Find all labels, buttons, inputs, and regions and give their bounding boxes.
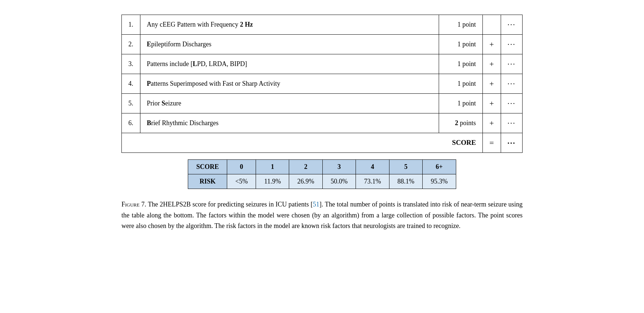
table-row: 4. Patterns Superimposed with Fast or Sh… bbox=[122, 74, 523, 94]
row-plus: + bbox=[483, 74, 501, 94]
equals-sign: = bbox=[483, 133, 501, 153]
score-4: 4 bbox=[356, 160, 389, 174]
score-6plus: 6+ bbox=[423, 160, 456, 174]
table-row: 3. Patterns include [LPD, LRDA, BIPD] 1 … bbox=[122, 54, 523, 74]
row-plus: + bbox=[483, 54, 501, 74]
row-desc: Any cEEG Pattern with Frequency 2 Hz bbox=[140, 15, 439, 35]
row-dots: ··· bbox=[501, 74, 523, 94]
citation-link[interactable]: 51 bbox=[313, 201, 319, 208]
row-dots: ··· bbox=[501, 54, 523, 74]
row-plus: + bbox=[483, 94, 501, 113]
score-summary-row: SCORE = ··· bbox=[122, 133, 523, 153]
score-header: SCORE bbox=[188, 160, 227, 174]
risk-table-wrapper: SCORE 0 1 2 3 4 5 6+ RISK <5% 11.9% 26.9… bbox=[121, 159, 523, 189]
row-desc: Patterns include [LPD, LRDA, BIPD] bbox=[140, 54, 439, 74]
risk-3: 50.0% bbox=[322, 174, 356, 189]
score-0: 0 bbox=[227, 160, 256, 174]
risk-6plus: 95.3% bbox=[423, 174, 456, 189]
score-dots: ··· bbox=[501, 133, 523, 153]
table-row: 5. Prior Seizure 1 point + ··· bbox=[122, 94, 523, 113]
risk-table: SCORE 0 1 2 3 4 5 6+ RISK <5% 11.9% 26.9… bbox=[188, 159, 456, 189]
row-points: 1 point bbox=[439, 54, 483, 74]
row-points: 1 point bbox=[439, 35, 483, 54]
main-container: 1. Any cEEG Pattern with Frequency 2 Hz … bbox=[121, 15, 523, 232]
row-num: 4. bbox=[122, 74, 140, 94]
row-dots: ··· bbox=[501, 35, 523, 54]
figure-caption: Figure 7. The 2HELPS2B score for predict… bbox=[121, 199, 523, 232]
score-table: 1. Any cEEG Pattern with Frequency 2 Hz … bbox=[121, 15, 523, 153]
score-1: 1 bbox=[256, 160, 289, 174]
row-dots: ··· bbox=[501, 113, 523, 133]
row-desc: Epileptiform Discharges bbox=[140, 35, 439, 54]
risk-header-row: SCORE 0 1 2 3 4 5 6+ bbox=[188, 160, 456, 174]
row-points: 2 points bbox=[439, 113, 483, 133]
row-plus: + bbox=[483, 113, 501, 133]
score-2: 2 bbox=[289, 160, 323, 174]
table-row: 2. Epileptiform Discharges 1 point + ··· bbox=[122, 35, 523, 54]
score-5: 5 bbox=[389, 160, 423, 174]
row-plus bbox=[483, 15, 501, 35]
row-desc: Prior Seizure bbox=[140, 94, 439, 113]
figure-label: Figure 7. bbox=[121, 201, 146, 208]
row-plus: + bbox=[483, 35, 501, 54]
row-num: 3. bbox=[122, 54, 140, 74]
row-num: 2. bbox=[122, 35, 140, 54]
risk-4: 73.1% bbox=[356, 174, 389, 189]
table-row: 6. Brief Rhythmic Discharges 2 points + … bbox=[122, 113, 523, 133]
row-points: 1 point bbox=[439, 94, 483, 113]
row-points: 1 point bbox=[439, 15, 483, 35]
row-desc: Patterns Superimposed with Fast or Sharp… bbox=[140, 74, 439, 94]
row-dots: ··· bbox=[501, 15, 523, 35]
risk-data-row: RISK <5% 11.9% 26.9% 50.0% 73.1% 88.1% 9… bbox=[188, 174, 456, 189]
risk-label: RISK bbox=[188, 174, 227, 189]
risk-2: 26.9% bbox=[289, 174, 323, 189]
row-num: 1. bbox=[122, 15, 140, 35]
row-num: 5. bbox=[122, 94, 140, 113]
risk-0: <5% bbox=[227, 174, 256, 189]
score-label: SCORE bbox=[122, 133, 483, 153]
risk-5: 88.1% bbox=[389, 174, 423, 189]
row-num: 6. bbox=[122, 113, 140, 133]
table-row: 1. Any cEEG Pattern with Frequency 2 Hz … bbox=[122, 15, 523, 35]
row-desc: Brief Rhythmic Discharges bbox=[140, 113, 439, 133]
caption-text: The 2HELPS2B score for predicting seizur… bbox=[121, 201, 523, 229]
row-dots: ··· bbox=[501, 94, 523, 113]
score-3: 3 bbox=[322, 160, 356, 174]
risk-1: 11.9% bbox=[256, 174, 289, 189]
row-points: 1 point bbox=[439, 74, 483, 94]
